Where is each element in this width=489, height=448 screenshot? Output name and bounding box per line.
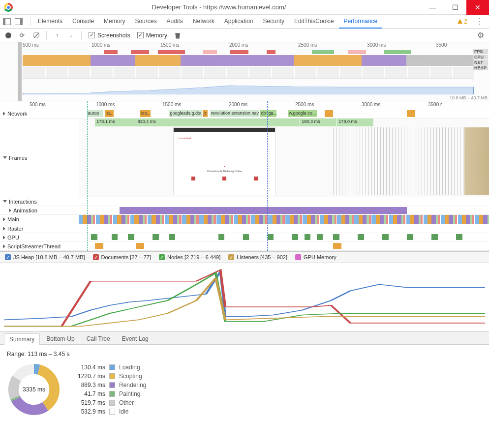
reload-button[interactable] [19, 32, 26, 39]
tab-network[interactable]: Network [188, 15, 219, 29]
tab-editthiscookie[interactable]: EditThisCookie [289, 15, 339, 29]
network-request[interactable]: ico... [140, 110, 151, 117]
tab-memory[interactable]: Memory [99, 15, 130, 29]
devtools-tabs: ElementsConsoleMemorySourcesAuditsNetwor… [0, 15, 489, 29]
minimize-button[interactable]: — [421, 0, 444, 15]
details-tab-bottom-up[interactable]: Bottom-Up [41, 333, 80, 344]
summary-legend-row: 130.4 msLoading [71, 364, 146, 371]
maximize-button[interactable]: ☐ [444, 0, 466, 15]
tab-application[interactable]: Application [219, 15, 258, 29]
overview-net-row [23, 67, 474, 79]
marker-fcp [87, 101, 88, 251]
flame-row-frames: Frames humanlevel ■ Consultora de Market… [0, 119, 489, 197]
summary-legend: 130.4 msLoading1220.7 msScripting889.3 m… [71, 364, 146, 415]
memory-checkbox[interactable]: ✓ [137, 32, 144, 38]
flame-row-script: ScriptStreamerThread [0, 242, 489, 251]
frame-screenshot-late [464, 127, 489, 195]
chrome-icon [4, 3, 13, 12]
frame-grid [333, 127, 481, 195]
tab-audits[interactable]: Audits [161, 15, 187, 29]
summary-total: 3335 ms [23, 386, 45, 393]
memory-legend-item[interactable]: GPU Memory [295, 254, 336, 260]
network-request[interactable]: googleads.g.doubl [169, 110, 202, 117]
flame-row-animation: Animation [0, 206, 489, 215]
network-request[interactable]: w.google.co... [288, 110, 316, 117]
summary-donut: 3335 ms [7, 362, 61, 417]
memory-legend-item[interactable]: ✓Listeners [435 – 902] [228, 254, 287, 260]
tab-performance[interactable]: Performance [339, 15, 383, 29]
flame-row-interactions: Interactions [0, 197, 489, 206]
overview-fps-row [23, 50, 474, 54]
flamechart-pane[interactable]: 500 ms1000 ms1500 ms2000 ms2500 ms3000 m… [0, 101, 489, 251]
tab-console[interactable]: Console [67, 15, 99, 29]
memory-legend-item[interactable]: ✓Nodes [2 719 – 6 449] [159, 254, 220, 260]
record-button[interactable] [5, 32, 12, 39]
warning-count: 2 [464, 18, 467, 25]
memory-chart[interactable] [0, 263, 489, 332]
overview-cpu-row [23, 55, 474, 66]
flame-time-axis: 500 ms1000 ms1500 ms2000 ms2500 ms3000 m… [0, 101, 489, 109]
clear-button[interactable] [32, 32, 39, 39]
tab-elements[interactable]: Elements [33, 15, 67, 29]
device-toggle-icon[interactable] [15, 18, 23, 25]
load-profile-button[interactable] [54, 32, 61, 39]
network-request[interactable]: cb=ga... [260, 110, 276, 117]
frame-bar[interactable]: 820.4 ms [136, 119, 301, 126]
memory-legend-item[interactable]: ✓Documents [27 – 77] [93, 254, 152, 260]
details-tab-event-log[interactable]: Event Log [117, 333, 154, 344]
summary-legend-row: 1220.7 msScripting [71, 373, 146, 380]
overview-lane-labels: FPSCPUNETHEAP [473, 49, 488, 71]
details-tabs: SummaryBottom-UpCall TreeEvent Log [0, 332, 489, 345]
network-request[interactable]: autop [87, 110, 103, 117]
network-request[interactable]: jc [203, 110, 208, 117]
network-request[interactable] [407, 110, 415, 117]
tab-security[interactable]: Security [258, 15, 289, 29]
summary-legend-row: 532.9 msIdle [71, 408, 146, 415]
summary-range: Range: 113 ms – 3.45 s [7, 351, 482, 358]
close-button[interactable]: ✕ [466, 0, 489, 15]
network-request[interactable]: revolution.extension.navigat [210, 110, 259, 117]
screenshots-label: Screenshots [97, 32, 130, 39]
overview-selection[interactable] [18, 42, 22, 101]
details-tab-call-tree[interactable]: Call Tree [81, 333, 116, 344]
flame-row-main: Main [0, 215, 489, 224]
summary-legend-row: 889.3 msRendering [71, 382, 146, 388]
inspect-icon[interactable] [3, 18, 11, 25]
frame-bar[interactable]: 180.3 ms [300, 119, 337, 126]
details-tab-summary[interactable]: Summary [4, 333, 40, 345]
overview-time-axis: 500 ms1000 ms1500 ms2000 ms2500 ms3000 m… [0, 42, 489, 49]
gc-button[interactable] [174, 32, 181, 39]
settings-icon[interactable]: ⚙ [477, 30, 484, 40]
memory-label: Memory [146, 32, 167, 39]
window-titlebar: Developer Tools - https://www.humanlevel… [0, 0, 489, 15]
frame-bar[interactable]: 178.1 ms [95, 119, 136, 126]
save-profile-button[interactable] [67, 32, 74, 39]
tab-sources[interactable]: Sources [130, 15, 161, 29]
window-title: Developer Tools - https://www.humanlevel… [17, 3, 421, 11]
frame-bar[interactable]: 178.0 ms [337, 119, 374, 126]
warnings-indicator[interactable]: 2 [458, 18, 467, 25]
warning-icon [458, 19, 462, 24]
memory-legend-item[interactable]: ✓JS Heap [10.8 MB – 40.7 MB] [5, 254, 85, 260]
overview-pane[interactable]: 500 ms1000 ms1500 ms2000 ms2500 ms3000 m… [0, 42, 489, 101]
summary-legend-row: 41.7 msPainting [71, 390, 146, 397]
summary-panel: Range: 113 ms – 3.45 s 3335 ms 130.4 msL… [0, 345, 489, 422]
screenshots-checkbox[interactable]: ✓ [89, 32, 95, 38]
frame-screenshot: humanlevel ■ Consultora de Marketing Onl… [173, 127, 276, 195]
network-request[interactable]: st... [105, 110, 114, 117]
perf-toolbar: ✓ Screenshots ✓ Memory ⚙ [0, 29, 489, 42]
marker-load [267, 101, 268, 251]
overview-heap-row [23, 81, 474, 94]
summary-legend-row: 519.7 msOther [71, 399, 146, 406]
network-request[interactable] [325, 110, 333, 117]
overview-heap-range: 10.8 MB – 40.7 MB [450, 95, 488, 100]
flame-row-raster: Raster [0, 224, 489, 233]
animation-bar[interactable] [120, 207, 407, 214]
flame-row-network: Network autopst...ico...googleads.g.doub… [0, 109, 489, 119]
more-menu-icon[interactable]: ⋮ [472, 17, 486, 26]
memory-legend: ✓JS Heap [10.8 MB – 40.7 MB]✓Documents [… [0, 251, 489, 263]
flame-row-gpu: GPU [0, 233, 489, 242]
